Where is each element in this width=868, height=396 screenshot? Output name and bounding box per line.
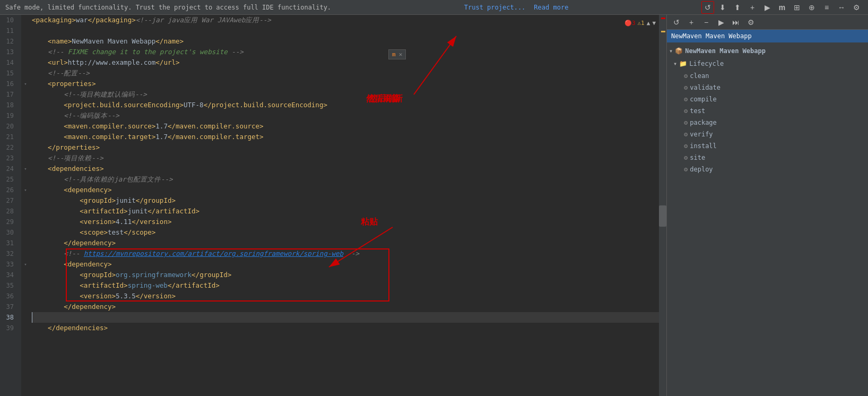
maven-title-bar: NewMaven Maven Webapp <box>667 30 868 42</box>
m-button[interactable]: m <box>776 1 788 14</box>
gear-icon-test: ⚙ <box>684 107 688 115</box>
ln-33: 33 <box>0 259 17 270</box>
download-button[interactable]: ⬇ <box>716 1 729 14</box>
settings-button[interactable]: ⚙ <box>850 1 863 14</box>
code-line-11 <box>32 25 659 36</box>
item-label-verify: verify <box>690 131 713 138</box>
code-line-14: <url>http://www.example.com</url> <box>32 57 659 68</box>
toolbar: ↺ ⬇ ⬆ + ▶ m ⊞ ⊕ ≡ ↔ ⚙ <box>701 1 863 14</box>
ln-10: 10 <box>0 15 17 25</box>
code-line-20: <maven.compiler.source>1.7</maven.compil… <box>32 121 659 132</box>
ln-16: 16 <box>0 79 17 89</box>
ln-14: 14 <box>0 57 17 68</box>
ln-18: 18 <box>0 100 17 110</box>
code-line-21: <maven.compiler.target>1.7</maven.compil… <box>32 132 659 142</box>
fold-22 <box>21 142 30 153</box>
maven-add-btn[interactable]: + <box>685 16 698 29</box>
top-bar-links: Trust project... Read more <box>464 4 569 11</box>
gear-icon-compile: ⚙ <box>684 96 688 103</box>
maven-item-deploy[interactable]: ⚙ deploy <box>667 163 868 175</box>
project-icon: 📦 <box>675 47 683 55</box>
ln-21: 21 <box>0 132 17 142</box>
code-line-39: </dependencies> <box>32 323 659 333</box>
fold-37 <box>21 302 30 312</box>
code-line-37: </dependency> <box>32 302 659 312</box>
fold-26[interactable]: ▾ <box>21 185 30 195</box>
ln-32: 32 <box>0 248 17 259</box>
line-numbers: 10 11 12 13 14 15 16 17 18 19 20 21 22 2… <box>0 15 21 396</box>
item-label-site: site <box>690 154 705 161</box>
fold-gutter: ▾ ▾ ▾ ▾ <box>21 15 30 396</box>
maven-toolbar: ↺ + − ▶ ⏭ ⚙ <box>667 15 868 30</box>
fold-30 <box>21 227 30 238</box>
fold-24[interactable]: ▾ <box>21 163 30 174</box>
fold-38 <box>21 312 30 323</box>
fold-15 <box>21 68 30 79</box>
maven-run-btn[interactable]: ▶ <box>715 16 727 29</box>
root-expand-icon: ▾ <box>669 47 673 55</box>
ln-17: 17 <box>0 89 17 100</box>
ln-34: 34 <box>0 270 17 280</box>
ln-27: 27 <box>0 195 17 206</box>
upload-button[interactable]: ⬆ <box>731 1 744 14</box>
code-content[interactable]: <packaging>war</packaging><!--jar java应用… <box>30 15 659 396</box>
trust-project-link[interactable]: Trust project... <box>464 4 526 11</box>
ln-30: 30 <box>0 227 17 238</box>
maven-item-compile[interactable]: ⚙ compile <box>667 93 868 105</box>
gear-icon-verify: ⚙ <box>684 131 688 138</box>
maven-skip-btn[interactable]: ⏭ <box>730 16 742 29</box>
maven-item-validate[interactable]: ⚙ validate <box>667 82 868 93</box>
maven-item-clean[interactable]: ⚙ clean <box>667 70 868 82</box>
fold-31 <box>21 238 30 248</box>
maven-settings-btn[interactable]: ⚙ <box>744 16 757 29</box>
fold-32 <box>21 248 30 259</box>
item-label-compile: compile <box>690 96 717 103</box>
fold-17 <box>21 89 30 100</box>
maven-item-verify[interactable]: ⚙ verify <box>667 128 868 140</box>
fold-18 <box>21 100 30 110</box>
expand-button[interactable]: ↔ <box>835 1 848 14</box>
ln-28: 28 <box>0 206 17 217</box>
code-line-30: <scope>test</scope> <box>32 227 659 238</box>
gear-icon-validate: ⚙ <box>684 84 688 91</box>
maven-root-item[interactable]: ▾ 📦 NewMaven Maven Webapp <box>667 45 868 57</box>
code-line-33: <dependency> <box>32 259 659 270</box>
maven-item-test[interactable]: ⚙ test <box>667 105 868 117</box>
fold-16[interactable]: ▾ <box>21 79 30 89</box>
ln-23: 23 <box>0 153 17 163</box>
code-line-25: <!--具体依赖的jar包配置文件--> <box>32 174 659 185</box>
maven-refresh-btn[interactable]: ↺ <box>670 16 683 29</box>
maven-item-site[interactable]: ⚙ site <box>667 152 868 163</box>
refresh-button[interactable]: ↺ <box>701 1 714 14</box>
code-line-10: <packaging>war</packaging><!--jar java应用… <box>32 15 659 25</box>
circle-plus-button[interactable]: ⊕ <box>805 1 818 14</box>
maven-tree: ▾ 📦 NewMaven Maven Webapp ▾ 📁 Lifecycle … <box>667 42 868 396</box>
read-more-link[interactable]: Read more <box>534 4 568 11</box>
gear-icon-deploy: ⚙ <box>684 166 688 173</box>
maven-minus-btn[interactable]: − <box>700 16 713 29</box>
fold-33[interactable]: ▾ <box>21 259 30 270</box>
fold-13 <box>21 47 30 57</box>
scroll-thumb[interactable] <box>659 205 666 227</box>
maven-item-install[interactable]: ⚙ install <box>667 140 868 152</box>
run-button[interactable]: ▶ <box>761 1 774 14</box>
maven-item-package[interactable]: ⚙ package <box>667 117 868 128</box>
ln-19: 19 <box>0 110 17 121</box>
grid-button[interactable]: ⊞ <box>791 1 803 14</box>
code-area: 10 11 12 13 14 15 16 17 18 19 20 21 22 2… <box>0 15 666 396</box>
scroll-gutter[interactable] <box>659 15 666 396</box>
maven-panel: ↺ + − ▶ ⏭ ⚙ NewMaven Maven Webapp ▾ 📦 Ne… <box>666 15 868 396</box>
ln-13: 13 <box>0 47 17 57</box>
item-label-install: install <box>690 142 717 150</box>
code-line-17: <!--项目构建默认编码--> <box>32 89 659 100</box>
list-button[interactable]: ≡ <box>820 1 833 14</box>
fold-35 <box>21 280 30 291</box>
add-button[interactable]: + <box>746 1 759 14</box>
code-line-34: <groupId>org.springframework</groupId> <box>32 270 659 280</box>
code-line-38[interactable] <box>32 312 659 323</box>
fold-36 <box>21 291 30 302</box>
fold-10 <box>21 15 30 25</box>
fold-29 <box>21 217 30 227</box>
lifecycle-folder[interactable]: ▾ 📁 Lifecycle <box>667 57 868 70</box>
code-line-15: <!--配置--> <box>32 68 659 79</box>
